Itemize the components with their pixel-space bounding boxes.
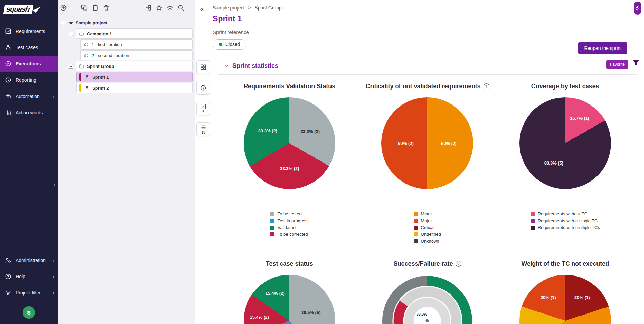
sidebar-collapse-button[interactable]: ‹ xyxy=(54,180,56,188)
pie-segment-label: 16.7% (1) xyxy=(570,116,589,121)
tab-issues[interactable]: 13 xyxy=(196,122,210,136)
pie-segment-label: 15.4% (2) xyxy=(250,315,269,320)
chevron-right-icon: › xyxy=(53,290,54,296)
search-button[interactable] xyxy=(177,4,185,12)
tree-node-label: 1 - first iteration xyxy=(92,42,122,47)
sidebar-item-label: Project filter xyxy=(16,290,41,296)
tab-test-plan[interactable]: 6 xyxy=(196,102,210,115)
tree-row-campaign-1[interactable]: Campaign 1 xyxy=(58,28,193,39)
legend-label: To be corrected xyxy=(278,232,308,237)
sprint-reference-label: Sprint reference xyxy=(213,29,644,35)
tree-node-box[interactable]: Campaign 1 xyxy=(76,28,193,39)
dashboard-filter-button[interactable] xyxy=(632,59,640,67)
status-dot xyxy=(219,43,222,46)
automation-icon xyxy=(5,93,12,100)
copy-button[interactable] xyxy=(81,4,88,12)
pie-segment-label: 50% (2) xyxy=(441,141,457,146)
breadcrumb-link-sample-project[interactable]: Sample project xyxy=(213,5,244,11)
tree-row-sample-project[interactable]: ★ Sample project xyxy=(58,18,193,28)
squash-logo[interactable]: squash xyxy=(0,0,58,19)
pie-segment-label: 50% (2) xyxy=(398,141,414,146)
settings-gear-button[interactable] xyxy=(166,4,174,12)
legend-label: To be tested xyxy=(278,211,302,216)
legend-swatch xyxy=(531,226,535,230)
legend-label: Requirements with multiple TCs xyxy=(538,225,600,230)
sprint-detail-page: « 6 13 Sample project > Sprint Group Spr… xyxy=(195,0,644,324)
legend-swatch xyxy=(414,212,418,216)
administration-icon xyxy=(5,257,12,264)
list-icon xyxy=(200,124,206,130)
sprint-statistics-section-header[interactable]: Sprint statistics xyxy=(224,62,644,70)
tree-node-label: Campaign 1 xyxy=(87,31,112,36)
sidebar-item-project-filter[interactable]: › Project filter xyxy=(0,285,58,301)
collapse-expander-icon[interactable] xyxy=(69,64,73,69)
sidebar-item-administration[interactable]: › Administration xyxy=(0,252,58,268)
collapse-expander-icon[interactable] xyxy=(61,21,65,25)
chart-coverage-by-test-cases: Coverage by test cases 16.7% (1)83.3% (5… xyxy=(496,83,634,245)
export-button[interactable] xyxy=(145,4,152,12)
donut-center-label: 33.3% xyxy=(417,312,427,316)
milestone-color-bar xyxy=(79,73,81,81)
legend-item: Validated xyxy=(270,225,309,230)
sidebar-item-label: Test cases xyxy=(16,45,38,50)
sidebar-item-executions[interactable]: Executions xyxy=(0,56,58,72)
sidebar-item-test-cases[interactable]: Test cases xyxy=(0,39,58,56)
sidebar-item-requirements[interactable]: Requirements xyxy=(0,23,58,39)
help-icon[interactable]: ? xyxy=(484,83,489,89)
sidebar-item-automation[interactable]: › Automation xyxy=(0,88,58,104)
chart-requirements-validation-status: Requirements Validation Status 33.3% (2)… xyxy=(221,83,358,245)
sidebar-item-action-words[interactable]: Action words xyxy=(0,104,58,121)
attachments-button[interactable] xyxy=(634,2,641,15)
new-item-button[interactable] xyxy=(60,4,67,12)
tree-row-sprint-2[interactable]: Sprint 2 xyxy=(58,83,193,93)
tree-node-label: Sprint Group xyxy=(87,64,114,69)
tree-row-sprint-group[interactable]: Sprint Group xyxy=(58,61,193,71)
tree-row-iteration-1[interactable]: 1 - first iteration xyxy=(58,39,193,50)
chart-success-failure-rate: Success/Failure rate ? 33.3% xyxy=(358,260,496,324)
legend-label: Validated xyxy=(278,225,296,230)
legend-item: Undefined xyxy=(414,232,441,237)
tree-node-box[interactable]: Sprint 2 xyxy=(76,83,193,93)
info-icon xyxy=(200,85,206,91)
paste-button[interactable] xyxy=(92,4,99,12)
legend-swatch xyxy=(270,219,274,223)
collapse-tree-button[interactable]: « xyxy=(200,5,204,13)
tree-row-iteration-2[interactable]: 2 - second iteration xyxy=(58,50,193,60)
legend-label: Minor xyxy=(421,211,432,216)
tree-node-label: Sprint 1 xyxy=(92,75,109,80)
tree-node-label: Sample project xyxy=(76,20,107,25)
chart-legend: Requirements without TCRequirements with… xyxy=(531,211,600,232)
delete-button[interactable] xyxy=(102,4,110,12)
legend-swatch xyxy=(414,226,418,230)
legend-item: Unknown xyxy=(414,239,441,244)
favorite-button[interactable]: Favorite xyxy=(606,60,628,69)
tree-node-box[interactable]: Sprint 1 xyxy=(76,72,193,82)
tree-toolbar xyxy=(58,0,195,16)
reopen-sprint-button[interactable]: Reopen the sprint xyxy=(578,42,627,54)
tab-information[interactable] xyxy=(196,81,210,95)
tree-node-box[interactable]: Sprint Group xyxy=(76,61,193,71)
tab-dashboard[interactable] xyxy=(196,60,210,74)
campaign-tree: ★ Sample project Campaign 1 1 - first it… xyxy=(58,16,195,94)
legend-swatch xyxy=(414,219,418,223)
sidebar-item-reporting[interactable]: Reporting xyxy=(0,72,58,88)
dashboard-grid-icon xyxy=(200,64,206,70)
legend-swatch xyxy=(270,226,274,230)
chevron-right-icon: › xyxy=(53,274,54,279)
favorite-star-button[interactable] xyxy=(155,4,163,12)
tree-node-box[interactable]: 2 - second iteration xyxy=(80,50,193,60)
tree-row-sprint-1[interactable]: Sprint 1 xyxy=(58,72,193,82)
collapse-expander-icon[interactable] xyxy=(69,32,73,36)
pie-chart: 20% (1)20% (1) xyxy=(519,275,611,324)
help-icon[interactable]: ? xyxy=(456,261,461,267)
user-avatar[interactable]: S xyxy=(23,306,35,319)
legend-swatch xyxy=(531,212,535,216)
legend-label: Major xyxy=(421,218,432,223)
legend-item: Minor xyxy=(414,211,441,216)
legend-item: Major xyxy=(414,218,441,223)
tree-node-box[interactable]: 1 - first iteration xyxy=(80,39,193,50)
sidebar-item-help[interactable]: › Help xyxy=(0,268,58,285)
pie-segment-label: 15.4% (2) xyxy=(265,290,284,296)
project-filter-icon xyxy=(5,289,12,296)
breadcrumb-link-sprint-group[interactable]: Sprint Group xyxy=(254,5,281,11)
